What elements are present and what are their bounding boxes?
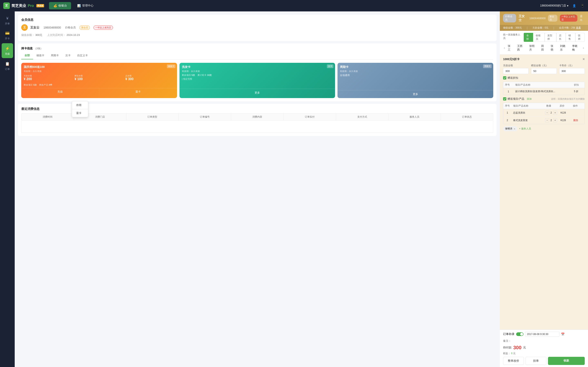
card-validity-2: 有效期：永久有效 <box>180 70 294 73</box>
card-return-btn[interactable]: 退卡 <box>99 88 177 95</box>
card-type-badge-1: 储值卡 <box>167 64 175 68</box>
card-section-title: 持卡信息 （3张） <box>21 47 294 50</box>
logo-icon: 芝 <box>3 2 10 9</box>
charge-amount: 充值余额 ¥ 200 <box>24 75 73 81</box>
member-name: 王女士 <box>30 26 39 30</box>
card-amounts-1: 充值余额 ¥ 200 赠送余额 ¥ 100 总余额 ¥ 300 <box>21 73 177 83</box>
balance-meta: 储值余额： 300元 <box>21 33 42 37</box>
left-sidebar: ¥ 开单 💳 开卡 ⚡ 充值 📋 订单 <box>0 11 15 184</box>
card-next-counts: 剩余项目 5次 累计耗卡 10次 <box>180 73 294 77</box>
card-footer-1: 充值 退卡 <box>21 88 177 95</box>
sidebar-item-charge[interactable]: ⚡ 充值 <box>2 43 13 58</box>
card-section: 持卡信息 （3张） 全部 储值卡 周期卡 次卡 自定义卡 储值卡 国庆档500送… <box>18 43 294 101</box>
tag-inactive: 一年以上未到店 <box>94 25 113 30</box>
card-title-2: 洗发卡 <box>180 63 294 70</box>
member-info-section: 会员信息 王 王女士 18600469000 白银会员 新会员 一年以上未到店 … <box>18 15 294 41</box>
card-title-1: 国庆档500送100 <box>21 63 177 70</box>
card-item-savings[interactable]: 储值卡 国庆档500送100 有效期：永久有效 充值余额 ¥ 200 赠送余额 … <box>21 63 177 98</box>
col-time: 消费时间 <box>21 114 74 120</box>
app-name: 简芝美业 <box>11 3 26 8</box>
member-level: 白银会员 <box>65 26 76 29</box>
recent-title: 最近消费信息 <box>21 107 294 111</box>
main-content: 会员信息 王 王女士 18600469000 白银会员 新会员 一年以上未到店 … <box>15 11 294 184</box>
member-meta: 储值余额： 300元 上次到店时间： 2024.10.23 <box>21 33 294 38</box>
nav-management[interactable]: 📊 管理中心 <box>73 2 98 9</box>
member-phone: 18600469000 <box>43 26 61 29</box>
cashier-icon: 💰 <box>53 4 57 8</box>
tab-count[interactable]: 次卡 <box>62 52 74 59</box>
last-visit-meta: 上次到店时间： 2024.10.23 <box>47 33 80 37</box>
tab-period[interactable]: 周期卡 <box>48 52 62 59</box>
management-icon: 📊 <box>77 4 81 8</box>
tab-savings[interactable]: 储值卡 <box>33 52 48 59</box>
open-card-icon: 💳 <box>4 30 10 36</box>
context-menu: 停用 退卡 <box>72 101 88 117</box>
logo-area: 芝 简芝美业 Pro 美业版 <box>3 2 44 9</box>
sidebar-item-open-order[interactable]: ¥ 开单 <box>0 13 15 28</box>
card-tabs: 全部 储值卡 周期卡 次卡 自定义卡 <box>21 52 294 59</box>
table-header: 消费时间 消费门店 订单类型 订单编号 消费内容 订单实付 支付方式 服务人员 … <box>21 113 294 120</box>
balance-value: 300元 <box>35 33 43 36</box>
col-type: 订单类型 <box>126 114 179 120</box>
member-header: 王 王女士 18600469000 白银会员 新会员 一年以上未到店 <box>21 24 294 31</box>
sidebar-label-open-card: 开卡 <box>5 37 10 40</box>
sidebar-label-orders: 订单 <box>5 67 10 71</box>
business-badge: 美业版 <box>36 4 44 7</box>
member-avatar: 王 <box>21 24 28 31</box>
app-pro: Pro <box>28 4 34 8</box>
last-visit-value: 2024.10.23 <box>67 33 80 36</box>
card-count: （3张） <box>34 47 43 50</box>
card-charge-btn[interactable]: 充值 <box>21 88 99 95</box>
top-nav: 芝 简芝美业 Pro 美业版 💰 收银台 📊 管理中心 18600469000的… <box>0 0 294 11</box>
sidebar-label-charge: 充值 <box>5 52 10 56</box>
tab-all[interactable]: 全部 <box>21 52 33 59</box>
context-menu-disable[interactable]: 停用 <box>72 101 88 109</box>
sidebar-label-open-order: 开单 <box>5 22 10 25</box>
sidebar-item-orders[interactable]: 📋 订单 <box>0 58 15 73</box>
card-item-count[interactable]: 次卡 洗发卡 有效期：永久有效 剩余项目 5次 累计耗卡 10次 | 指定范围 … <box>180 63 294 98</box>
col-no: 订单编号 <box>179 114 231 120</box>
card-more-btn-2[interactable]: 更多 <box>180 89 294 97</box>
tab-custom[interactable]: 自定义卡 <box>74 52 91 59</box>
col-content: 消费内容 <box>231 114 284 120</box>
sidebar-item-open-card[interactable]: 💳 开卡 <box>0 28 15 43</box>
tag-new: 新会员 <box>79 25 90 30</box>
total-amount: 总余额 ¥ 300 <box>125 75 174 81</box>
card-scope: | 指定范围 <box>180 77 294 81</box>
cards-grid: 储值卡 国庆档500送100 有效期：永久有效 充值余额 ¥ 200 赠送余额 … <box>21 63 294 98</box>
table-body <box>21 120 294 133</box>
context-menu-return[interactable]: 退卡 <box>72 109 88 117</box>
member-info-title: 会员信息 <box>21 18 294 22</box>
recent-section: 最近消费信息 消费时间 消费门店 订单类型 订单编号 消费内容 订单实付 支付方… <box>18 104 294 136</box>
charge-icon: ⚡ <box>4 46 10 51</box>
card-remaining-1: 剩余项目 0次 剩余产品 0件 <box>21 83 177 87</box>
card-validity-1: 有效期：永久有效 <box>21 70 177 73</box>
col-amount: 订单实付 <box>284 114 294 120</box>
gift-amount: 赠送余额 ¥ 100 <box>75 75 124 81</box>
open-order-icon: ¥ <box>4 16 10 21</box>
nav-cashier[interactable]: 💰 收银台 <box>49 2 71 9</box>
orders-icon: 📋 <box>4 61 10 67</box>
